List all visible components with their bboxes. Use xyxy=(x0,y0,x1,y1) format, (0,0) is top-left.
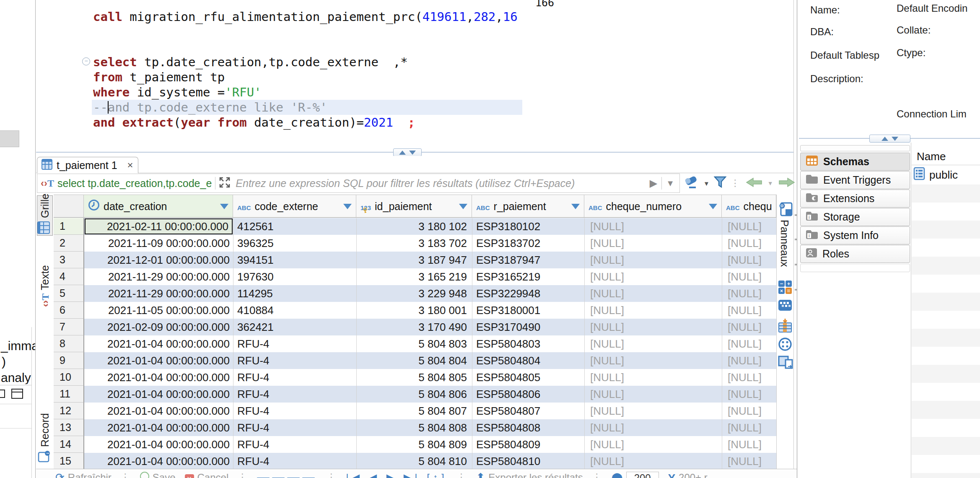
code-line[interactable]: call migration_rfu_alimentation_paiement… xyxy=(93,9,518,24)
table-cell[interactable]: 3 170 490 xyxy=(356,319,472,335)
table-cell[interactable]: 3 183 702 xyxy=(356,235,472,252)
filter-count-button[interactable]: Y200+ r xyxy=(668,472,708,478)
table-cell[interactable]: 114295 xyxy=(233,285,356,302)
table-cell[interactable]: 396325 xyxy=(233,235,356,252)
column-filter-dropdown-icon[interactable] xyxy=(571,204,580,209)
apply-filter-play-icon[interactable]: ▶ xyxy=(650,177,657,189)
results-tab-t-paiement[interactable]: t_paiement 1 × xyxy=(37,157,138,173)
expand-filter-icon[interactable] xyxy=(219,177,231,190)
table-cell[interactable]: ESP5804806 xyxy=(472,386,584,403)
table-cell[interactable]: [NULL] xyxy=(722,403,776,419)
table-cell[interactable]: 2021-11-09 00:00:00.000 xyxy=(84,235,233,252)
table-cell[interactable]: 5 804 809 xyxy=(356,436,472,453)
table-cell[interactable]: [NULL] xyxy=(722,218,776,235)
table-cell[interactable]: 5 804 805 xyxy=(356,369,472,386)
table-cell[interactable]: 2021-01-04 00:00:00.000 xyxy=(84,386,233,403)
table-cell[interactable]: ESP3229948 xyxy=(472,285,584,302)
view-tab-text[interactable]: ‹›T Texte xyxy=(37,244,53,309)
table-cell[interactable]: 5 804 808 xyxy=(356,419,472,436)
column-filter-dropdown-icon[interactable] xyxy=(343,204,352,209)
table-cell[interactable]: [NULL] xyxy=(722,235,776,252)
table-cell[interactable]: [NULL] xyxy=(584,302,722,319)
table-cell[interactable]: RFU-4 xyxy=(233,419,356,436)
collapse-up-icon[interactable] xyxy=(399,151,406,155)
table-cell[interactable]: 2021-01-04 00:00:00.000 xyxy=(84,352,233,369)
panels-tab[interactable]: ⚙ Panneaux xyxy=(777,202,793,288)
table-cell[interactable]: RFU-4 xyxy=(233,335,356,352)
collapse-down-icon[interactable] xyxy=(409,151,416,155)
table-cell[interactable]: [NULL] xyxy=(722,419,776,436)
table-cell[interactable]: RFU-4 xyxy=(233,436,356,453)
table-cell[interactable]: RFU-4 xyxy=(233,369,356,386)
column-header-code_externe[interactable]: ABCcode_externe xyxy=(233,195,356,218)
table-cell[interactable]: ESP3180102 xyxy=(472,218,584,235)
row-number[interactable]: 7 xyxy=(54,319,84,335)
background-button[interactable] xyxy=(0,130,19,147)
table-cell[interactable]: 5 804 804 xyxy=(356,352,472,369)
table-cell[interactable]: ESP3170490 xyxy=(472,319,584,335)
selected-cell[interactable]: 2021-02-11 00:00:00.000 xyxy=(85,218,233,234)
row-number[interactable]: 4 xyxy=(54,268,84,285)
export-button[interactable]: ⬆Exporter les résultats xyxy=(476,472,583,478)
column-header-id_paiement[interactable]: 123id_paiement xyxy=(356,195,472,218)
row-number[interactable]: 12 xyxy=(54,403,84,419)
table-cell[interactable]: [NULL] xyxy=(722,319,776,335)
table-cell[interactable]: 2021-01-04 00:00:00.000 xyxy=(84,335,233,352)
name-column-header[interactable]: Name xyxy=(917,150,946,163)
table-cell[interactable]: [NULL] xyxy=(584,335,722,352)
column-divider[interactable] xyxy=(356,218,357,470)
table-cell[interactable]: [NULL] xyxy=(584,319,722,335)
table-cell[interactable]: ESP3187947 xyxy=(472,252,584,268)
table-cell[interactable]: 2021-11-29 00:00:00.000 xyxy=(84,268,233,285)
table-cell[interactable]: 3 180 102 xyxy=(356,218,472,235)
table-cell[interactable]: 410884 xyxy=(233,302,356,319)
table-cell[interactable]: [NULL] xyxy=(584,285,722,302)
table-cell[interactable]: [NULL] xyxy=(584,453,722,470)
row-number[interactable]: 1 xyxy=(54,218,84,235)
collapse-up-icon[interactable] xyxy=(881,137,888,141)
table-cell[interactable]: ESP5804807 xyxy=(472,403,584,419)
sql-filter-input[interactable]: ‹›T select tp.date_creation,tp.code_e En… xyxy=(37,174,680,193)
right-splitter-collapse-buttons[interactable] xyxy=(869,135,910,143)
column-filter-dropdown-icon[interactable] xyxy=(459,204,467,209)
column-header-date_creation[interactable]: date_creation xyxy=(84,195,233,218)
table-cell[interactable]: RFU-4 xyxy=(233,453,356,470)
grid-corner-cell[interactable] xyxy=(54,195,84,218)
column-divider[interactable] xyxy=(722,218,722,470)
table-cell[interactable]: ESP5804805 xyxy=(472,369,584,386)
row-number[interactable]: 2 xyxy=(54,235,84,252)
table-cell[interactable]: [NULL] xyxy=(722,352,776,369)
accordion-item-storage[interactable]: iStorage xyxy=(800,208,910,226)
table-cell[interactable]: [NULL] xyxy=(584,352,722,369)
close-tab-icon[interactable]: × xyxy=(127,159,133,171)
table-cell[interactable]: 2021-11-05 00:00:00.000 xyxy=(84,302,233,319)
table-cell[interactable]: [NULL] xyxy=(722,369,776,386)
grouping-panel-icon[interactable] xyxy=(778,318,792,335)
code-line[interactable]: --and tp.code_externe like 'R-%' xyxy=(93,100,327,115)
table-cell[interactable]: [NULL] xyxy=(722,386,776,403)
table-cell[interactable]: 2021-01-04 00:00:00.000 xyxy=(84,403,233,419)
row-number[interactable]: 5 xyxy=(54,285,84,302)
table-cell[interactable]: [NULL] xyxy=(584,369,722,386)
row-number[interactable]: 8 xyxy=(54,335,84,352)
table-cell[interactable]: [NULL] xyxy=(722,285,776,302)
table-cell[interactable]: ESP5804808 xyxy=(472,419,584,436)
table-cell[interactable]: 5 804 803 xyxy=(356,335,472,352)
save-button[interactable]: Save xyxy=(140,472,176,478)
row-number[interactable]: 10 xyxy=(54,369,84,386)
navs-button[interactable]: |◀ ◀ ▶ ▶| [↑] xyxy=(346,472,447,478)
table-cell[interactable]: [NULL] xyxy=(584,386,722,403)
table-cell[interactable]: ESP3180001 xyxy=(472,302,584,319)
table-cell[interactable]: [NULL] xyxy=(584,419,722,436)
metadata-panel-icon[interactable] xyxy=(778,337,792,353)
row-number[interactable]: 13 xyxy=(54,419,84,436)
table-cell[interactable]: [NULL] xyxy=(722,302,776,319)
accordion-item-roles[interactable]: Roles xyxy=(800,245,910,263)
table-cell[interactable]: [NULL] xyxy=(722,453,776,470)
row-number[interactable]: 14 xyxy=(54,436,84,453)
table-cell[interactable]: [NULL] xyxy=(584,252,722,268)
value-viewer-icon[interactable] xyxy=(778,299,792,313)
row-number[interactable]: 15 xyxy=(54,453,84,470)
column-divider[interactable] xyxy=(233,218,233,470)
table-cell[interactable]: [NULL] xyxy=(722,436,776,453)
